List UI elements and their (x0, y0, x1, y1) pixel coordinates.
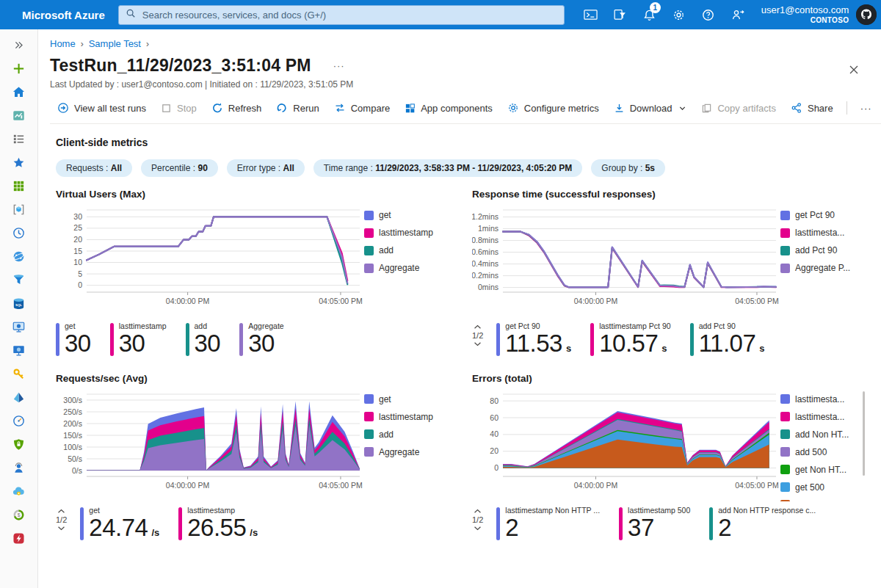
legend-item-add-non-ht[interactable]: add Non HT... (780, 429, 867, 440)
legend-scrollbar[interactable] (863, 391, 865, 476)
pager-chevron-up-icon[interactable] (57, 508, 66, 515)
breadcrumb-home[interactable]: Home (50, 38, 76, 49)
toolbar-configure-metrics-button[interactable]: Configure metrics (500, 99, 606, 117)
legend-item-add-500[interactable]: add 500 (780, 447, 867, 457)
stat-value: 10.57 (599, 330, 658, 357)
svg-text:0: 0 (494, 463, 498, 472)
sidebar-item-home[interactable] (0, 80, 38, 104)
legend-item-aggregate-p[interactable]: Aggregate P... (780, 263, 867, 273)
toolbar-overflow-button[interactable]: ··· (853, 100, 880, 117)
sidebar-item-entra-id[interactable] (0, 385, 38, 409)
filter-group-by[interactable]: Group by : 5s (591, 159, 665, 177)
sidebar-item-resource-health[interactable] (0, 526, 38, 550)
toolbar-app-components-button[interactable]: App components (397, 100, 500, 117)
global-search[interactable] (118, 5, 565, 25)
azure-brand[interactable]: Microsoft Azure (22, 9, 105, 21)
sidebar-item-dashboard[interactable] (0, 104, 38, 127)
sidebar-item-recent-clock[interactable] (0, 221, 38, 244)
filter-percentile[interactable]: Percentile : 90 (141, 159, 218, 177)
sidebar-item-sql-database[interactable]: SQL (0, 291, 38, 315)
pager-chevron-down-icon[interactable] (57, 525, 66, 531)
sidebar-item-collapse-chevron[interactable] (0, 33, 38, 57)
sidebar-item-resource-groups[interactable] (0, 197, 38, 221)
feedback-icon[interactable] (723, 0, 753, 29)
sidebar-item-virtual-desktop[interactable] (0, 338, 38, 362)
toolbar-view-all-test-runs-button[interactable]: View all test runs (50, 99, 153, 117)
legend-item-get-500[interactable]: get 500 (780, 482, 867, 493)
stat-label: add Non HTTP response c... (718, 506, 816, 515)
sidebar-item-key-vault[interactable] (0, 362, 38, 385)
legend-item-lasttimestamp[interactable]: lasttimestamp (364, 412, 451, 422)
toolbar-stop-button[interactable]: Stop (153, 100, 204, 117)
notifications-bell-icon[interactable]: 1 (635, 0, 664, 29)
legend-swatch-icon (780, 447, 790, 457)
sidebar-item-data-explorer[interactable] (0, 268, 38, 291)
pager-chevron-up-icon[interactable] (473, 324, 482, 330)
svg-text:40: 40 (490, 429, 498, 438)
legend-item-aggregate[interactable]: Aggregate (364, 447, 451, 457)
legend-swatch-icon (780, 394, 790, 404)
toolbar-button-label: Compare (351, 103, 390, 114)
svg-text:0: 0 (78, 280, 82, 289)
toolbar-compare-button[interactable]: Compare (327, 99, 397, 117)
cloudshell-icon[interactable] (576, 0, 606, 29)
sidebar-item-defender-shield[interactable] (0, 432, 38, 456)
legend-item-lasttimesta[interactable]: lasttimesta... (780, 228, 867, 238)
toolbar-copy-artifacts-button[interactable]: Copy artifacts (694, 100, 783, 117)
filter-requests[interactable]: Requests : All (56, 159, 132, 177)
toolbar-share-button[interactable]: Share (783, 99, 841, 117)
title-more-icon[interactable]: ··· (329, 59, 349, 72)
legend-item-add[interactable]: add (364, 245, 451, 255)
legend-label: lasttimesta... (795, 228, 844, 238)
toolbar-download-button[interactable]: Download (606, 100, 695, 117)
legend-item-get[interactable]: get (364, 210, 451, 220)
sidebar-item-all-services[interactable] (0, 127, 38, 150)
sidebar-item-advisor-gauge[interactable] (0, 409, 38, 432)
filter-time-range[interactable]: Time range : 11/29/2023, 3:58:33 PM - 11… (313, 159, 582, 177)
search-input[interactable] (141, 9, 557, 21)
legend-swatch-icon (364, 264, 374, 273)
avatar[interactable] (856, 4, 877, 25)
stat-color-bar (709, 507, 713, 540)
sidebar-item-support-person[interactable] (0, 456, 38, 479)
legend-item-add[interactable]: add (364, 429, 451, 440)
legend-label: lasttimesta... (795, 412, 844, 422)
svg-text:0.4mins: 0.4mins (472, 259, 498, 268)
legend-item-aggregate[interactable]: Aggregate (364, 263, 451, 273)
breadcrumb-sample-test[interactable]: Sample Test (89, 38, 141, 49)
directory-filter-icon[interactable] (606, 0, 635, 29)
sidebar-item-cost-management[interactable]: $ (0, 503, 38, 526)
recent-clock-icon (12, 226, 26, 240)
toolbar-refresh-button[interactable]: Refresh (204, 99, 269, 117)
stat-value: 30 (65, 330, 91, 357)
sidebar-item-favorites-star[interactable] (0, 150, 38, 174)
pager-chevron-up-icon[interactable] (473, 508, 482, 515)
pager-chevron-down-icon[interactable] (473, 525, 482, 531)
svg-text:04:00:00 PM: 04:00:00 PM (166, 481, 210, 490)
legend-item-lasttimesta[interactable]: lasttimesta... (780, 394, 867, 404)
account-info[interactable]: user1@contoso.com CONTOSO (761, 4, 849, 25)
legend-item-add-pct-90[interactable]: add Pct 90 (780, 245, 867, 255)
settings-gear-icon[interactable] (664, 0, 694, 29)
sidebar-item-cosmos-db[interactable] (0, 244, 38, 268)
sidebar-item-quickstart-cloud[interactable] (0, 479, 38, 503)
legend-item-lasttimesta[interactable]: lasttimesta... (780, 412, 867, 422)
legend-item-get[interactable]: get (364, 394, 451, 404)
legend-item-get-non-ht[interactable]: get Non HT... (780, 465, 867, 475)
sidebar-item-create-resource[interactable] (0, 57, 38, 80)
help-icon[interactable] (694, 0, 723, 29)
charts-grid: Virtual Users (Max) 05101520253004:00:00… (56, 189, 869, 540)
sql-database-icon: SQL (12, 297, 26, 311)
legend-item-aggregate[interactable]: Aggregate (780, 500, 867, 501)
chart-stats: 1/2 get Pct 90 11.53 s lasttimestamp Pct… (472, 322, 869, 357)
legend-label: Aggregate (795, 500, 835, 501)
legend-item-lasttimestamp[interactable]: lasttimestamp (364, 228, 451, 238)
sidebar-item-virtual-machine[interactable] (0, 315, 38, 338)
filter-error-type[interactable]: Error type : All (227, 159, 305, 177)
legend-item-get-pct-90[interactable]: get Pct 90 (780, 210, 867, 220)
chart-legend: lasttimesta... lasttimesta... add Non HT… (780, 390, 867, 501)
close-icon[interactable] (846, 62, 862, 80)
pager-chevron-down-icon[interactable] (473, 341, 482, 347)
toolbar-rerun-button[interactable]: Rerun (269, 99, 326, 117)
sidebar-item-all-resources-grid[interactable] (0, 174, 38, 197)
